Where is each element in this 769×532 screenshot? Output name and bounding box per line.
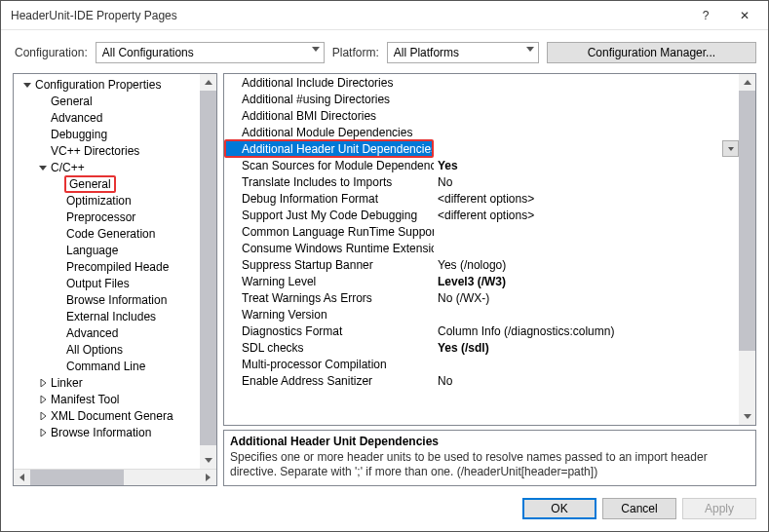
tree-item[interactable]: Browse Information [14,291,216,308]
cancel-button[interactable]: Cancel [602,498,676,519]
ok-button[interactable]: OK [522,498,596,519]
property-row[interactable]: SDL checksYes (/sdl) [224,339,739,356]
property-name: Consume Windows Runtime Extension [224,242,434,255]
apply-button: Apply [682,498,756,519]
property-name: Enable Address Sanitizer [224,374,434,388]
property-row[interactable]: Common Language RunTime Support [224,223,739,240]
tree-item[interactable]: General [14,93,216,109]
property-row[interactable]: Additional BMI Directories [224,107,739,124]
configuration-dropdown[interactable]: All Configurations [96,42,325,63]
tree-vertical-scrollbar[interactable] [200,74,216,469]
tree-item[interactable]: External Includes [14,308,216,324]
property-row[interactable]: Diagnostics FormatColumn Info (/diagnost… [224,323,739,339]
tree-item[interactable]: Optimization [14,192,216,209]
expander-open-icon[interactable] [37,164,49,171]
configuration-label: Configuration: [15,46,88,59]
tree-item[interactable]: Linker [14,374,216,391]
scrollbar-thumb[interactable] [30,470,124,485]
property-row[interactable]: Treat Warnings As ErrorsNo (/WX-) [224,289,739,306]
platform-dropdown[interactable]: All Platforms [387,42,539,63]
scrollbar-thumb[interactable] [739,91,755,351]
tree-item-label: Command Line [64,360,147,373]
tree-item[interactable]: Precompiled Heade [14,258,216,275]
tree-item[interactable]: Browse Information [14,424,216,440]
tree-item[interactable]: All Options [14,341,216,358]
property-value[interactable]: No [434,175,739,189]
tree-item-label: Debugging [49,128,109,141]
property-row[interactable]: Warning Version [224,306,739,323]
property-row[interactable]: Additional #using Directories [224,91,739,107]
property-row[interactable]: Additional Header Unit Dependencies [224,140,739,157]
tree-item[interactable]: Manifest Tool [14,391,216,407]
scrollbar-thumb[interactable] [200,91,216,445]
expander-closed-icon[interactable] [37,429,49,437]
tree-item[interactable]: XML Document Genera [14,407,216,424]
property-row[interactable]: Suppress Startup BannerYes (/nologo) [224,256,739,273]
expander-closed-icon[interactable] [37,379,49,387]
tree-item[interactable]: Advanced [14,109,216,126]
property-name: Additional #using Directories [224,93,434,106]
chevron-down-icon [526,47,534,52]
property-row[interactable]: Warning LevelLevel3 (/W3) [224,273,739,289]
tree-item[interactable]: Language [14,242,216,258]
property-value[interactable]: No (/WX-) [434,291,739,305]
property-name: Multi-processor Compilation [224,358,434,371]
tree-item[interactable]: General [14,175,216,192]
tree-item[interactable]: Advanced [14,324,216,341]
property-name: Suppress Startup Banner [224,258,434,272]
property-value[interactable]: Yes (/nologo) [434,258,739,272]
tree-item[interactable]: Output Files [14,275,216,291]
description-title: Additional Header Unit Dependencies [230,435,750,448]
property-dropdown-button[interactable] [722,140,739,157]
property-name: Treat Warnings As Errors [224,291,434,305]
tree-item-label: Code Generation [64,227,157,241]
property-value[interactable]: Level3 (/W3) [434,275,739,288]
property-grid[interactable]: Additional Include DirectoriesAdditional… [223,73,756,426]
tree-item[interactable]: C/C++ [14,159,216,175]
tree-item[interactable]: Preprocessor [14,209,216,225]
property-value[interactable]: Column Info (/diagnostics:column) [434,324,739,338]
property-value[interactable]: Yes [434,159,739,172]
configuration-manager-button[interactable]: Configuration Manager... [547,42,756,63]
property-name: SDL checks [224,341,434,355]
chevron-down-icon [312,47,320,52]
tree-item-label: Language [64,244,120,257]
scroll-down-icon [744,414,751,419]
property-name: Scan Sources for Module Dependencies [224,159,434,172]
tree-item-label: Browse Information [64,293,169,307]
property-value[interactable]: Yes (/sdl) [434,341,739,355]
expander-open-icon[interactable] [21,81,33,89]
property-row[interactable]: Support Just My Code Debugging<different… [224,207,739,223]
button-row: OK Cancel Apply [1,492,768,531]
property-name: Additional Module Dependencies [224,126,434,139]
title-bar: HeaderUnit-IDE Property Pages ? ✕ [1,1,768,30]
property-value[interactable]: <different options> [434,192,739,206]
property-row[interactable]: Consume Windows Runtime Extension [224,240,739,256]
property-name: Common Language RunTime Support [224,225,434,239]
property-row[interactable]: Translate Includes to ImportsNo [224,173,739,190]
help-button[interactable]: ? [686,2,725,29]
property-row[interactable]: Enable Address SanitizerNo [224,372,739,389]
expander-closed-icon[interactable] [37,396,49,403]
tree-item[interactable]: VC++ Directories [14,142,216,159]
property-row[interactable]: Debug Information Format<different optio… [224,190,739,207]
property-row[interactable]: Multi-processor Compilation [224,356,739,372]
tree-item-label: General [49,95,95,108]
property-row[interactable]: Additional Include Directories [224,74,739,91]
property-row[interactable]: Scan Sources for Module DependenciesYes [224,157,739,173]
category-tree[interactable]: Configuration PropertiesGeneralAdvancedD… [13,73,217,486]
grid-vertical-scrollbar[interactable] [739,74,755,425]
tree-item[interactable]: Code Generation [14,225,216,242]
expander-closed-icon[interactable] [37,412,49,420]
tree-item[interactable]: Configuration Properties [14,76,216,93]
platform-label: Platform: [332,46,379,59]
property-row[interactable]: Additional Module Dependencies [224,124,739,140]
property-value[interactable]: <different options> [434,209,739,222]
property-panel: Additional Include DirectoriesAdditional… [223,73,756,486]
tree-item[interactable]: Command Line [14,358,216,374]
tree-horizontal-scrollbar[interactable] [14,469,216,485]
tree-item-label: Manifest Tool [49,393,121,406]
property-value[interactable]: No [434,374,739,388]
tree-item[interactable]: Debugging [14,126,216,142]
close-button[interactable]: ✕ [725,2,764,29]
